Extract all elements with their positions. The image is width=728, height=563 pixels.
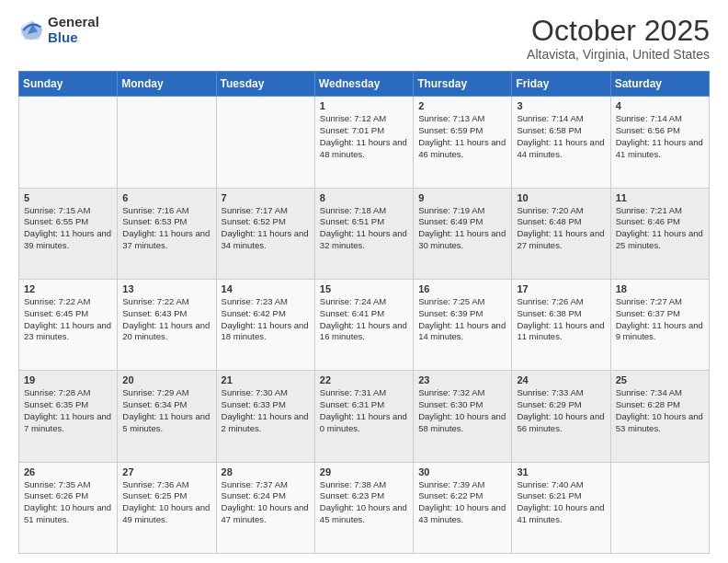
cell-text-line: Sunrise: 7:35 AM	[24, 479, 112, 491]
cell-text-line: Sunset: 6:30 PM	[418, 399, 506, 411]
cell-text-line: Daylight: 10 hours and 47 minutes.	[222, 502, 310, 526]
cell-text-line: Sunset: 6:46 PM	[616, 216, 704, 228]
cell-text-line: Sunrise: 7:12 AM	[320, 113, 408, 125]
cell-text-line: Sunset: 6:35 PM	[24, 399, 112, 411]
calendar-cell: 3Sunrise: 7:14 AMSunset: 6:58 PMDaylight…	[512, 97, 610, 188]
cell-text-line: Sunset: 6:29 PM	[517, 399, 605, 411]
cell-text-line: Sunrise: 7:25 AM	[418, 296, 506, 308]
day-header-saturday: Saturday	[610, 72, 709, 97]
calendar-cell: 14Sunrise: 7:23 AMSunset: 6:42 PMDayligh…	[216, 279, 314, 370]
cell-text-line: Daylight: 11 hours and 32 minutes.	[320, 228, 408, 252]
calendar-cell: 17Sunrise: 7:26 AMSunset: 6:38 PMDayligh…	[512, 279, 610, 370]
cell-text-line: Daylight: 11 hours and 23 minutes.	[24, 320, 112, 344]
cell-text-line: Sunset: 7:01 PM	[320, 125, 408, 137]
day-header-thursday: Thursday	[414, 72, 512, 97]
cell-text-line: Sunrise: 7:17 AM	[222, 205, 310, 217]
cell-text-line: Sunrise: 7:37 AM	[222, 479, 310, 491]
calendar-header-row: SundayMondayTuesdayWednesdayThursdayFrid…	[19, 72, 710, 97]
cell-text-line: Sunrise: 7:24 AM	[320, 296, 408, 308]
day-header-tuesday: Tuesday	[216, 72, 314, 97]
calendar-cell: 6Sunrise: 7:16 AMSunset: 6:53 PMDaylight…	[118, 188, 216, 279]
cell-text-line: Daylight: 10 hours and 58 minutes.	[418, 411, 506, 435]
day-number: 1	[320, 100, 408, 111]
calendar-cell: 30Sunrise: 7:39 AMSunset: 6:22 PMDayligh…	[414, 462, 512, 553]
cell-text-line: Sunrise: 7:36 AM	[122, 479, 210, 491]
calendar-cell: 26Sunrise: 7:35 AMSunset: 6:26 PMDayligh…	[19, 462, 118, 553]
day-number: 31	[517, 466, 605, 477]
calendar-cell: 4Sunrise: 7:14 AMSunset: 6:56 PMDaylight…	[610, 97, 709, 188]
header: General Blue October 2025 Altavista, Vir…	[18, 15, 710, 62]
day-number: 23	[418, 374, 506, 385]
calendar-week-2: 5Sunrise: 7:15 AMSunset: 6:55 PMDaylight…	[19, 188, 710, 279]
cell-text-line: Sunrise: 7:23 AM	[222, 296, 310, 308]
cell-text-line: Daylight: 11 hours and 18 minutes.	[222, 320, 310, 344]
page: General Blue October 2025 Altavista, Vir…	[0, 0, 728, 563]
calendar-cell: 31Sunrise: 7:40 AMSunset: 6:21 PMDayligh…	[512, 462, 610, 553]
logo-general: General	[48, 15, 99, 30]
cell-text-line: Daylight: 11 hours and 27 minutes.	[517, 228, 605, 252]
cell-text-line: Sunrise: 7:32 AM	[418, 387, 506, 399]
cell-text-line: Sunset: 6:41 PM	[320, 308, 408, 320]
calendar-cell: 19Sunrise: 7:28 AMSunset: 6:35 PMDayligh…	[19, 371, 118, 462]
cell-text-line: Daylight: 11 hours and 25 minutes.	[616, 228, 704, 252]
day-number: 15	[320, 283, 408, 294]
day-number: 24	[517, 374, 605, 385]
cell-text-line: Daylight: 10 hours and 45 minutes.	[320, 502, 408, 526]
cell-text-line: Sunrise: 7:38 AM	[320, 479, 408, 491]
calendar-cell: 13Sunrise: 7:22 AMSunset: 6:43 PMDayligh…	[118, 279, 216, 370]
calendar-cell: 18Sunrise: 7:27 AMSunset: 6:37 PMDayligh…	[610, 279, 709, 370]
cell-text-line: Sunset: 6:45 PM	[24, 308, 112, 320]
cell-text-line: Sunrise: 7:22 AM	[122, 296, 210, 308]
calendar: SundayMondayTuesdayWednesdayThursdayFrid…	[18, 71, 710, 554]
day-header-sunday: Sunday	[19, 72, 118, 97]
cell-text-line: Sunrise: 7:34 AM	[616, 387, 704, 399]
day-number: 26	[24, 466, 112, 477]
day-number: 8	[320, 192, 408, 203]
location: Altavista, Virginia, United States	[527, 47, 710, 62]
cell-text-line: Sunset: 6:25 PM	[122, 490, 210, 502]
calendar-cell	[610, 462, 709, 553]
cell-text-line: Daylight: 11 hours and 7 minutes.	[24, 411, 112, 435]
day-number: 5	[24, 192, 112, 203]
cell-text-line: Daylight: 11 hours and 16 minutes.	[320, 320, 408, 344]
calendar-cell	[216, 97, 314, 188]
cell-text-line: Daylight: 11 hours and 34 minutes.	[222, 228, 310, 252]
cell-text-line: Sunrise: 7:18 AM	[320, 205, 408, 217]
day-number: 25	[616, 374, 704, 385]
day-number: 18	[616, 283, 704, 294]
cell-text-line: Daylight: 11 hours and 46 minutes.	[418, 137, 506, 161]
day-number: 9	[418, 192, 506, 203]
calendar-cell	[118, 97, 216, 188]
cell-text-line: Daylight: 11 hours and 0 minutes.	[320, 411, 408, 435]
calendar-cell: 1Sunrise: 7:12 AMSunset: 7:01 PMDaylight…	[314, 97, 413, 188]
cell-text-line: Sunset: 6:55 PM	[24, 216, 112, 228]
cell-text-line: Daylight: 11 hours and 37 minutes.	[122, 228, 210, 252]
cell-text-line: Daylight: 10 hours and 41 minutes.	[517, 502, 605, 526]
calendar-week-4: 19Sunrise: 7:28 AMSunset: 6:35 PMDayligh…	[19, 371, 710, 462]
cell-text-line: Daylight: 11 hours and 2 minutes.	[222, 411, 310, 435]
cell-text-line: Sunset: 6:26 PM	[24, 490, 112, 502]
day-header-friday: Friday	[512, 72, 610, 97]
calendar-cell: 10Sunrise: 7:20 AMSunset: 6:48 PMDayligh…	[512, 188, 610, 279]
calendar-cell: 16Sunrise: 7:25 AMSunset: 6:39 PMDayligh…	[414, 279, 512, 370]
logo-icon	[18, 17, 44, 43]
cell-text-line: Sunset: 6:21 PM	[517, 490, 605, 502]
cell-text-line: Daylight: 11 hours and 5 minutes.	[122, 411, 210, 435]
calendar-cell: 23Sunrise: 7:32 AMSunset: 6:30 PMDayligh…	[414, 371, 512, 462]
calendar-week-1: 1Sunrise: 7:12 AMSunset: 7:01 PMDaylight…	[19, 97, 710, 188]
cell-text-line: Sunset: 6:24 PM	[222, 490, 310, 502]
cell-text-line: Sunrise: 7:33 AM	[517, 387, 605, 399]
calendar-cell: 20Sunrise: 7:29 AMSunset: 6:34 PMDayligh…	[118, 371, 216, 462]
calendar-cell: 25Sunrise: 7:34 AMSunset: 6:28 PMDayligh…	[610, 371, 709, 462]
cell-text-line: Sunrise: 7:14 AM	[517, 113, 605, 125]
cell-text-line: Sunrise: 7:40 AM	[517, 479, 605, 491]
calendar-cell: 22Sunrise: 7:31 AMSunset: 6:31 PMDayligh…	[314, 371, 413, 462]
cell-text-line: Sunset: 6:52 PM	[222, 216, 310, 228]
cell-text-line: Sunset: 6:22 PM	[418, 490, 506, 502]
cell-text-line: Sunrise: 7:16 AM	[122, 205, 210, 217]
cell-text-line: Sunrise: 7:20 AM	[517, 205, 605, 217]
cell-text-line: Sunrise: 7:30 AM	[222, 387, 310, 399]
day-number: 28	[222, 466, 310, 477]
day-number: 2	[418, 100, 506, 111]
cell-text-line: Daylight: 11 hours and 44 minutes.	[517, 137, 605, 161]
